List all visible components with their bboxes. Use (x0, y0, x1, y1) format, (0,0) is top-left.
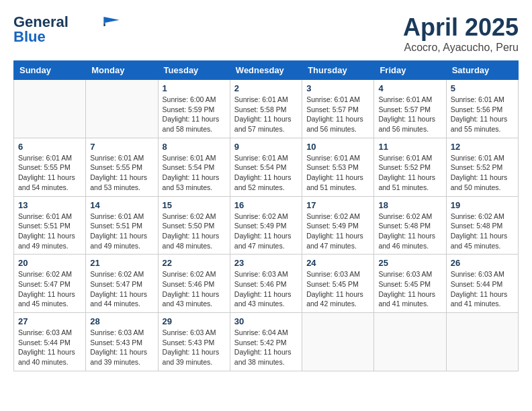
weekday-header-thursday: Thursday (302, 61, 374, 80)
day-number: 24 (306, 258, 369, 268)
day-number: 22 (163, 258, 226, 268)
title-area: April 2025 Acocro, Ayacucho, Peru (403, 13, 519, 54)
day-info: Sunrise: 6:02 AM Sunset: 5:47 PM Dayligh… (18, 269, 81, 309)
day-info: Sunrise: 6:03 AM Sunset: 5:45 PM Dayligh… (306, 269, 369, 309)
day-number: 23 (234, 258, 298, 268)
day-number: 20 (18, 258, 81, 268)
day-number: 26 (451, 258, 514, 268)
day-number: 14 (90, 200, 153, 210)
month-title: April 2025 (403, 13, 519, 42)
day-info: Sunrise: 6:02 AM Sunset: 5:49 PM Dayligh… (306, 212, 369, 251)
day-number: 19 (451, 200, 514, 210)
calendar: SundayMondayTuesdayWednesdayThursdayFrid… (13, 60, 519, 371)
calendar-cell: 29Sunrise: 6:03 AM Sunset: 5:43 PM Dayli… (158, 313, 230, 371)
day-number: 10 (306, 142, 369, 152)
calendar-week-5: 27Sunrise: 6:03 AM Sunset: 5:44 PM Dayli… (14, 313, 519, 371)
calendar-cell: 20Sunrise: 6:02 AM Sunset: 5:47 PM Dayli… (14, 255, 86, 313)
calendar-week-4: 20Sunrise: 6:02 AM Sunset: 5:47 PM Dayli… (14, 255, 519, 313)
calendar-cell (374, 313, 446, 371)
day-info: Sunrise: 6:04 AM Sunset: 5:42 PM Dayligh… (234, 328, 298, 367)
day-info: Sunrise: 6:02 AM Sunset: 5:48 PM Dayligh… (378, 212, 441, 251)
weekday-header-monday: Monday (86, 61, 158, 80)
header: General Blue April 2025 Acocro, Ayacucho… (13, 13, 519, 54)
calendar-cell: 15Sunrise: 6:02 AM Sunset: 5:50 PM Dayli… (158, 196, 230, 255)
weekday-header-tuesday: Tuesday (158, 61, 230, 80)
calendar-cell: 13Sunrise: 6:01 AM Sunset: 5:51 PM Dayli… (14, 196, 86, 255)
calendar-cell: 2Sunrise: 6:01 AM Sunset: 5:58 PM Daylig… (230, 80, 302, 138)
logo-flag-icon (103, 17, 120, 26)
calendar-cell: 7Sunrise: 6:01 AM Sunset: 5:55 PM Daylig… (86, 138, 158, 196)
calendar-cell (86, 80, 158, 138)
weekday-header-friday: Friday (374, 61, 446, 80)
day-info: Sunrise: 6:03 AM Sunset: 5:43 PM Dayligh… (90, 328, 153, 367)
day-info: Sunrise: 6:02 AM Sunset: 5:50 PM Dayligh… (163, 212, 226, 251)
day-info: Sunrise: 6:03 AM Sunset: 5:45 PM Dayligh… (378, 269, 441, 309)
calendar-week-2: 6Sunrise: 6:01 AM Sunset: 5:55 PM Daylig… (14, 138, 519, 196)
calendar-cell: 14Sunrise: 6:01 AM Sunset: 5:51 PM Dayli… (86, 196, 158, 255)
location-title: Acocro, Ayacucho, Peru (403, 42, 519, 54)
day-number: 7 (90, 142, 153, 152)
day-number: 29 (163, 316, 226, 326)
day-number: 5 (451, 83, 514, 93)
day-number: 21 (90, 258, 153, 268)
day-info: Sunrise: 6:01 AM Sunset: 5:57 PM Dayligh… (306, 95, 369, 134)
day-info: Sunrise: 6:03 AM Sunset: 5:43 PM Dayligh… (163, 328, 226, 367)
calendar-cell: 26Sunrise: 6:03 AM Sunset: 5:44 PM Dayli… (446, 255, 518, 313)
svg-rect-1 (103, 23, 105, 26)
calendar-cell: 4Sunrise: 6:01 AM Sunset: 5:57 PM Daylig… (374, 80, 446, 138)
day-info: Sunrise: 6:02 AM Sunset: 5:46 PM Dayligh… (163, 269, 226, 309)
day-info: Sunrise: 6:01 AM Sunset: 5:52 PM Dayligh… (451, 153, 514, 193)
day-number: 12 (451, 142, 514, 152)
calendar-cell: 1Sunrise: 6:00 AM Sunset: 5:59 PM Daylig… (158, 80, 230, 138)
day-number: 27 (18, 316, 81, 326)
day-number: 4 (378, 83, 441, 93)
day-number: 2 (234, 83, 298, 93)
svg-marker-0 (103, 17, 119, 23)
day-info: Sunrise: 6:01 AM Sunset: 5:54 PM Dayligh… (234, 153, 298, 193)
day-info: Sunrise: 6:01 AM Sunset: 5:54 PM Dayligh… (163, 153, 226, 193)
day-number: 6 (18, 142, 81, 152)
calendar-cell: 6Sunrise: 6:01 AM Sunset: 5:55 PM Daylig… (14, 138, 86, 196)
calendar-cell: 9Sunrise: 6:01 AM Sunset: 5:54 PM Daylig… (230, 138, 302, 196)
calendar-week-1: 1Sunrise: 6:00 AM Sunset: 5:59 PM Daylig… (14, 80, 519, 138)
logo: General Blue (13, 13, 120, 46)
day-info: Sunrise: 6:01 AM Sunset: 5:55 PM Dayligh… (90, 153, 153, 193)
day-number: 16 (234, 200, 298, 210)
calendar-cell (446, 313, 518, 371)
day-number: 28 (90, 316, 153, 326)
day-info: Sunrise: 6:01 AM Sunset: 5:56 PM Dayligh… (451, 95, 514, 134)
day-number: 25 (378, 258, 441, 268)
day-info: Sunrise: 6:01 AM Sunset: 5:51 PM Dayligh… (90, 212, 153, 251)
day-number: 18 (378, 200, 441, 210)
logo-blue: Blue (13, 28, 46, 46)
day-number: 30 (234, 316, 298, 326)
day-info: Sunrise: 6:03 AM Sunset: 5:46 PM Dayligh… (234, 269, 298, 309)
calendar-cell (14, 80, 86, 138)
calendar-cell: 18Sunrise: 6:02 AM Sunset: 5:48 PM Dayli… (374, 196, 446, 255)
calendar-cell: 8Sunrise: 6:01 AM Sunset: 5:54 PM Daylig… (158, 138, 230, 196)
calendar-cell: 28Sunrise: 6:03 AM Sunset: 5:43 PM Dayli… (86, 313, 158, 371)
calendar-week-3: 13Sunrise: 6:01 AM Sunset: 5:51 PM Dayli… (14, 196, 519, 255)
day-info: Sunrise: 6:02 AM Sunset: 5:47 PM Dayligh… (90, 269, 153, 309)
day-info: Sunrise: 6:03 AM Sunset: 5:44 PM Dayligh… (451, 269, 514, 309)
calendar-cell: 12Sunrise: 6:01 AM Sunset: 5:52 PM Dayli… (446, 138, 518, 196)
calendar-cell: 30Sunrise: 6:04 AM Sunset: 5:42 PM Dayli… (230, 313, 302, 371)
day-info: Sunrise: 6:01 AM Sunset: 5:52 PM Dayligh… (378, 153, 441, 193)
day-number: 17 (306, 200, 369, 210)
day-info: Sunrise: 6:00 AM Sunset: 5:59 PM Dayligh… (163, 95, 226, 134)
day-number: 13 (18, 200, 81, 210)
day-number: 11 (378, 142, 441, 152)
day-info: Sunrise: 6:01 AM Sunset: 5:51 PM Dayligh… (18, 212, 81, 251)
day-number: 8 (163, 142, 226, 152)
weekday-header-wednesday: Wednesday (230, 61, 302, 80)
day-info: Sunrise: 6:01 AM Sunset: 5:57 PM Dayligh… (378, 95, 441, 134)
day-number: 9 (234, 142, 298, 152)
calendar-cell: 3Sunrise: 6:01 AM Sunset: 5:57 PM Daylig… (302, 80, 374, 138)
calendar-cell: 23Sunrise: 6:03 AM Sunset: 5:46 PM Dayli… (230, 255, 302, 313)
calendar-cell (302, 313, 374, 371)
calendar-cell: 16Sunrise: 6:02 AM Sunset: 5:49 PM Dayli… (230, 196, 302, 255)
calendar-cell: 21Sunrise: 6:02 AM Sunset: 5:47 PM Dayli… (86, 255, 158, 313)
day-info: Sunrise: 6:02 AM Sunset: 5:49 PM Dayligh… (234, 212, 298, 251)
calendar-header-row: SundayMondayTuesdayWednesdayThursdayFrid… (14, 61, 519, 80)
day-info: Sunrise: 6:01 AM Sunset: 5:53 PM Dayligh… (306, 153, 369, 193)
